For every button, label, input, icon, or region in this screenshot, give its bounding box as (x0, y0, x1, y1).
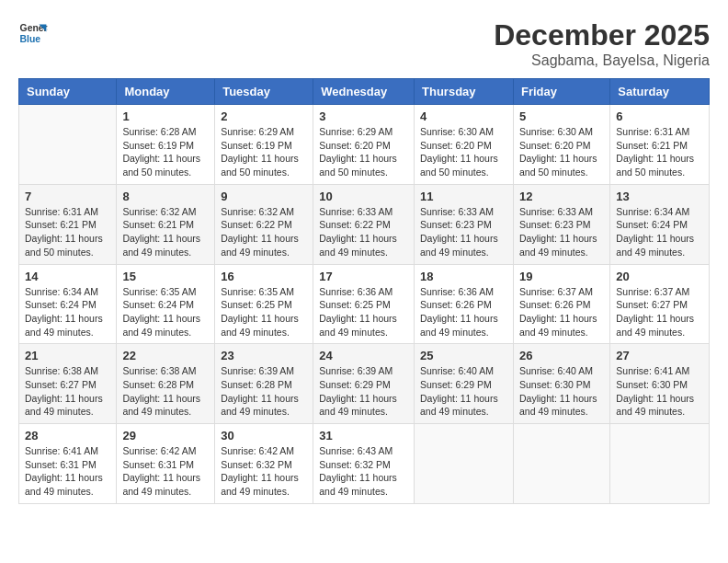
calendar-day-cell: 29Sunrise: 6:42 AM Sunset: 6:31 PM Dayli… (117, 424, 215, 504)
weekday-header-cell: Wednesday (313, 79, 415, 105)
calendar-day-cell: 23Sunrise: 6:39 AM Sunset: 6:28 PM Dayli… (215, 344, 313, 424)
day-number: 10 (319, 190, 408, 203)
day-info: Sunrise: 6:37 AM Sunset: 6:27 PM Dayligh… (616, 285, 703, 339)
calendar-week-row: 28Sunrise: 6:41 AM Sunset: 6:31 PM Dayli… (19, 424, 710, 504)
day-info: Sunrise: 6:35 AM Sunset: 6:25 PM Dayligh… (221, 285, 307, 339)
calendar-day-cell: 27Sunrise: 6:41 AM Sunset: 6:30 PM Dayli… (610, 344, 710, 424)
day-info: Sunrise: 6:28 AM Sunset: 6:19 PM Dayligh… (122, 125, 209, 179)
day-number: 7 (25, 190, 110, 203)
calendar-day-cell (513, 424, 609, 504)
svg-text:Blue: Blue (20, 34, 41, 44)
day-number: 9 (221, 190, 307, 203)
day-number: 13 (616, 190, 703, 203)
day-info: Sunrise: 6:30 AM Sunset: 6:20 PM Dayligh… (420, 125, 507, 179)
day-info: Sunrise: 6:33 AM Sunset: 6:23 PM Dayligh… (519, 205, 604, 259)
day-number: 18 (420, 270, 507, 283)
month-title: December 2025 (494, 18, 710, 52)
weekday-header-cell: Tuesday (215, 79, 313, 105)
day-number: 6 (616, 109, 703, 123)
day-info: Sunrise: 6:40 AM Sunset: 6:30 PM Dayligh… (519, 364, 604, 419)
day-number: 16 (221, 270, 307, 283)
calendar-day-cell: 20Sunrise: 6:37 AM Sunset: 6:27 PM Dayli… (610, 264, 710, 344)
day-info: Sunrise: 6:29 AM Sunset: 6:19 PM Dayligh… (221, 125, 307, 179)
calendar-day-cell: 15Sunrise: 6:35 AM Sunset: 6:24 PM Dayli… (117, 264, 215, 344)
weekday-header-cell: Friday (513, 79, 609, 105)
day-info: Sunrise: 6:40 AM Sunset: 6:29 PM Dayligh… (420, 364, 507, 419)
day-number: 19 (519, 270, 604, 283)
calendar-day-cell: 4Sunrise: 6:30 AM Sunset: 6:20 PM Daylig… (415, 105, 514, 185)
day-number: 17 (319, 270, 408, 283)
day-number: 24 (319, 349, 408, 362)
weekday-header-cell: Sunday (19, 79, 117, 105)
calendar-body: 1Sunrise: 6:28 AM Sunset: 6:19 PM Daylig… (19, 105, 710, 504)
calendar-day-cell: 10Sunrise: 6:33 AM Sunset: 6:22 PM Dayli… (313, 184, 415, 264)
day-info: Sunrise: 6:41 AM Sunset: 6:31 PM Dayligh… (25, 444, 110, 499)
day-info: Sunrise: 6:42 AM Sunset: 6:32 PM Dayligh… (221, 444, 307, 499)
day-info: Sunrise: 6:36 AM Sunset: 6:26 PM Dayligh… (420, 285, 507, 339)
calendar-day-cell: 9Sunrise: 6:32 AM Sunset: 6:22 PM Daylig… (215, 184, 313, 264)
day-info: Sunrise: 6:38 AM Sunset: 6:27 PM Dayligh… (25, 364, 110, 419)
calendar-day-cell: 13Sunrise: 6:34 AM Sunset: 6:24 PM Dayli… (610, 184, 710, 264)
calendar-table: SundayMondayTuesdayWednesdayThursdayFrid… (18, 78, 710, 504)
calendar-day-cell: 3Sunrise: 6:29 AM Sunset: 6:20 PM Daylig… (313, 105, 415, 185)
weekday-header-cell: Monday (117, 79, 215, 105)
day-info: Sunrise: 6:39 AM Sunset: 6:29 PM Dayligh… (319, 364, 408, 419)
day-number: 31 (319, 429, 408, 442)
calendar-day-cell: 17Sunrise: 6:36 AM Sunset: 6:25 PM Dayli… (313, 264, 415, 344)
day-number: 28 (25, 429, 110, 442)
day-number: 11 (420, 190, 507, 203)
day-info: Sunrise: 6:30 AM Sunset: 6:20 PM Dayligh… (519, 125, 604, 179)
day-number: 26 (519, 349, 604, 362)
day-info: Sunrise: 6:34 AM Sunset: 6:24 PM Dayligh… (616, 205, 703, 259)
calendar-header: SundayMondayTuesdayWednesdayThursdayFrid… (19, 79, 710, 105)
calendar-day-cell: 21Sunrise: 6:38 AM Sunset: 6:27 PM Dayli… (19, 344, 117, 424)
calendar-day-cell: 2Sunrise: 6:29 AM Sunset: 6:19 PM Daylig… (215, 105, 313, 185)
day-info: Sunrise: 6:43 AM Sunset: 6:32 PM Dayligh… (319, 444, 408, 499)
day-number: 12 (519, 190, 604, 203)
calendar-day-cell: 22Sunrise: 6:38 AM Sunset: 6:28 PM Dayli… (117, 344, 215, 424)
day-number: 3 (319, 109, 408, 123)
calendar-day-cell (415, 424, 514, 504)
day-number: 27 (616, 349, 703, 362)
day-info: Sunrise: 6:39 AM Sunset: 6:28 PM Dayligh… (221, 364, 307, 419)
location-title: Sagbama, Bayelsa, Nigeria (494, 52, 710, 69)
day-info: Sunrise: 6:31 AM Sunset: 6:21 PM Dayligh… (616, 125, 703, 179)
day-info: Sunrise: 6:29 AM Sunset: 6:20 PM Dayligh… (319, 125, 408, 179)
logo: General Blue (18, 18, 48, 48)
calendar-day-cell: 30Sunrise: 6:42 AM Sunset: 6:32 PM Dayli… (215, 424, 313, 504)
calendar-week-row: 7Sunrise: 6:31 AM Sunset: 6:21 PM Daylig… (19, 184, 710, 264)
day-info: Sunrise: 6:32 AM Sunset: 6:22 PM Dayligh… (221, 205, 307, 259)
day-info: Sunrise: 6:32 AM Sunset: 6:21 PM Dayligh… (122, 205, 209, 259)
calendar-day-cell: 12Sunrise: 6:33 AM Sunset: 6:23 PM Dayli… (513, 184, 609, 264)
day-number: 15 (122, 270, 209, 283)
day-number: 30 (221, 429, 307, 442)
day-info: Sunrise: 6:33 AM Sunset: 6:23 PM Dayligh… (420, 205, 507, 259)
day-info: Sunrise: 6:42 AM Sunset: 6:31 PM Dayligh… (122, 444, 209, 499)
day-number: 23 (221, 349, 307, 362)
calendar-day-cell: 31Sunrise: 6:43 AM Sunset: 6:32 PM Dayli… (313, 424, 415, 504)
day-number: 22 (122, 349, 209, 362)
day-info: Sunrise: 6:36 AM Sunset: 6:25 PM Dayligh… (319, 285, 408, 339)
day-info: Sunrise: 6:34 AM Sunset: 6:24 PM Dayligh… (25, 285, 110, 339)
day-info: Sunrise: 6:31 AM Sunset: 6:21 PM Dayligh… (25, 205, 110, 259)
calendar-day-cell: 6Sunrise: 6:31 AM Sunset: 6:21 PM Daylig… (610, 105, 710, 185)
calendar-day-cell: 14Sunrise: 6:34 AM Sunset: 6:24 PM Dayli… (19, 264, 117, 344)
calendar-day-cell: 26Sunrise: 6:40 AM Sunset: 6:30 PM Dayli… (513, 344, 609, 424)
calendar-week-row: 14Sunrise: 6:34 AM Sunset: 6:24 PM Dayli… (19, 264, 710, 344)
calendar-day-cell: 5Sunrise: 6:30 AM Sunset: 6:20 PM Daylig… (513, 105, 609, 185)
calendar-day-cell: 25Sunrise: 6:40 AM Sunset: 6:29 PM Dayli… (415, 344, 514, 424)
calendar-day-cell: 8Sunrise: 6:32 AM Sunset: 6:21 PM Daylig… (117, 184, 215, 264)
calendar-week-row: 21Sunrise: 6:38 AM Sunset: 6:27 PM Dayli… (19, 344, 710, 424)
calendar-week-row: 1Sunrise: 6:28 AM Sunset: 6:19 PM Daylig… (19, 105, 710, 185)
calendar-day-cell: 7Sunrise: 6:31 AM Sunset: 6:21 PM Daylig… (19, 184, 117, 264)
calendar-day-cell: 28Sunrise: 6:41 AM Sunset: 6:31 PM Dayli… (19, 424, 117, 504)
day-number: 29 (122, 429, 209, 442)
day-number: 21 (25, 349, 110, 362)
day-number: 5 (519, 109, 604, 123)
day-number: 1 (122, 109, 209, 123)
calendar-day-cell: 16Sunrise: 6:35 AM Sunset: 6:25 PM Dayli… (215, 264, 313, 344)
calendar-day-cell: 19Sunrise: 6:37 AM Sunset: 6:26 PM Dayli… (513, 264, 609, 344)
day-info: Sunrise: 6:37 AM Sunset: 6:26 PM Dayligh… (519, 285, 604, 339)
day-number: 8 (122, 190, 209, 203)
calendar-day-cell (19, 105, 117, 185)
